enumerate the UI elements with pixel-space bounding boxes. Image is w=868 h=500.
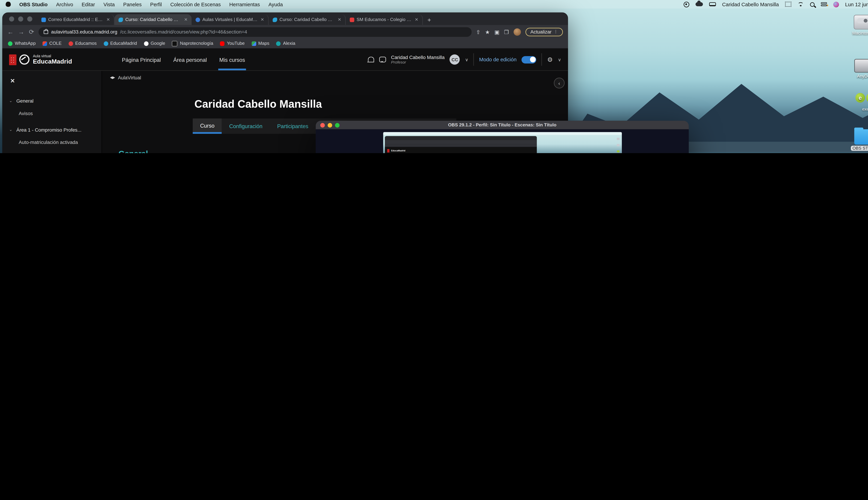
sidebar-item[interactable]: Auto-matriculación activada <box>2 135 101 148</box>
close-window-button[interactable] <box>9 16 14 22</box>
tab-correo[interactable]: Correo EducaMadrid :: Entrada✕ <box>37 14 115 25</box>
desktop-icon-anydesk[interactable]: AnyDesk <box>847 59 868 79</box>
section-heading-general: General✎ <box>118 149 154 153</box>
sidebar-section-general[interactable]: ⌄General <box>2 95 101 106</box>
menu-app-name[interactable]: OBS Studio <box>19 1 48 7</box>
preview-screenshot: EducaMadrid Caridad Cabello Mansilla Gen… <box>383 132 622 153</box>
screen-mirroring-icon[interactable] <box>785 2 791 7</box>
settings-chevron-icon[interactable]: ∨ <box>558 57 561 62</box>
apple-menu-icon[interactable] <box>6 2 11 7</box>
window-controls[interactable] <box>9 16 32 22</box>
onedrive-status-icon[interactable] <box>695 2 703 6</box>
edit-mode-toggle[interactable] <box>522 56 536 63</box>
profile-avatar[interactable] <box>513 28 521 35</box>
settings-gear-icon[interactable]: ⚙ <box>547 56 553 63</box>
control-center-icon[interactable] <box>821 2 827 7</box>
youtube-icon <box>220 41 225 46</box>
obs-preview[interactable]: EducaMadrid Caridad Cabello Mansilla Gen… <box>316 129 689 153</box>
menu-ayuda[interactable]: Ayuda <box>269 1 283 7</box>
obs-status-icon[interactable] <box>684 1 689 7</box>
sm-favicon <box>350 18 354 22</box>
tab-curso-active[interactable]: Curso: Caridad Cabello Mansil✕ <box>115 14 192 25</box>
aulavirtual-icon <box>110 76 115 79</box>
sidebar-item[interactable]: Etiqueta <box>2 149 101 153</box>
close-tab-icon[interactable]: ✕ <box>415 17 418 22</box>
wifi-icon[interactable] <box>798 2 804 7</box>
collapse-panel-button[interactable]: ‹ <box>554 78 564 88</box>
bookmark-educamadrid[interactable]: EducaMadrid <box>103 41 137 46</box>
close-tab-icon[interactable]: ✕ <box>106 17 110 22</box>
bookmark-maps[interactable]: Maps <box>251 41 269 46</box>
educa-header: Aula virtualEducaMadrid Página Principal… <box>2 49 568 71</box>
siri-icon[interactable] <box>833 1 839 7</box>
share-icon[interactable]: ⇧ <box>476 29 481 35</box>
bookmark-google[interactable]: Google <box>144 41 165 46</box>
close-window-button[interactable] <box>320 123 325 127</box>
obs-title-bar[interactable]: OBS 29.1.2 - Perfil: Sin Título - Escena… <box>316 121 689 129</box>
course-index-drawer: ✕ ⌄General Avisos ⌄Área 1 - Compromiso P… <box>2 71 102 153</box>
bookmark-youtube[interactable]: YouTube <box>220 41 244 46</box>
menu-herramientas[interactable]: Herramientas <box>229 1 260 7</box>
desktop-icon-exe[interactable]: exe <box>847 91 868 112</box>
bookmark-naprotecnologia[interactable]: Naprotecnología <box>172 41 213 46</box>
close-tab-icon[interactable]: ✕ <box>261 17 264 22</box>
close-tab-icon[interactable]: ✕ <box>184 17 188 22</box>
menu-paneles[interactable]: Paneles <box>123 1 142 7</box>
breadcrumb[interactable]: AulaVirtual <box>110 75 141 81</box>
nav-mis-cursos[interactable]: Mis cursos <box>219 56 245 63</box>
close-tab-icon[interactable]: ✕ <box>338 17 341 22</box>
new-tab-button[interactable]: + <box>427 16 431 25</box>
menu-editar[interactable]: Editar <box>82 1 95 7</box>
tab-strip: Correo EducaMadrid :: Entrada✕ Curso: Ca… <box>2 12 568 25</box>
tab-aulas[interactable]: Aulas Virtuales | EducaMadrid✕ <box>192 14 269 25</box>
desktop-icon-macintosh-hd[interactable]: Macintosh HD <box>847 15 868 36</box>
back-button[interactable]: ← <box>7 29 13 35</box>
brand-block[interactable]: Aula virtualEducaMadrid <box>33 54 72 65</box>
edit-pencil-icon[interactable]: ✎ <box>150 152 154 153</box>
zoom-window-button[interactable] <box>27 16 32 22</box>
bookmark-alexia[interactable]: Alexia <box>276 41 295 46</box>
messages-chat-icon[interactable] <box>379 57 386 62</box>
extensions-icon[interactable]: ▣ <box>494 29 500 35</box>
zoom-window-button[interactable] <box>335 123 340 127</box>
sidebar-item-avisos[interactable]: Avisos <box>2 106 101 120</box>
address-bar[interactable]: aulavirtual33.educa.madrid.org/cc.liceov… <box>39 27 471 37</box>
user-avatar[interactable]: CC <box>450 54 460 65</box>
reading-list-icon[interactable]: ❐ <box>504 29 509 35</box>
tab-curso-2[interactable]: Curso: Caridad Cabello Mansil✕ <box>269 14 346 25</box>
menu-archivo[interactable]: Archivo <box>56 1 73 7</box>
reload-button[interactable]: ⟳ <box>29 29 34 35</box>
menu-vista[interactable]: Vista <box>103 1 115 7</box>
user-block: Caridad Cabello MansillaProfesor <box>391 54 445 65</box>
close-drawer-button[interactable]: ✕ <box>2 75 101 91</box>
tab-participantes[interactable]: Participantes <box>270 118 316 134</box>
bookmark-whatsapp[interactable]: WhatsApp <box>8 41 36 46</box>
amphetamine-icon[interactable] <box>709 2 716 6</box>
user-menu-chevron-icon[interactable]: ∨ <box>465 57 468 62</box>
minimize-window-button[interactable] <box>328 123 332 127</box>
tab-configuracion[interactable]: Configuración <box>222 118 270 134</box>
menu-perfil[interactable]: Perfil <box>150 1 162 7</box>
bookmark-educamos[interactable]: Educamos <box>68 41 97 46</box>
bookmark-star-icon[interactable]: ★ <box>485 29 490 35</box>
minimize-window-button[interactable] <box>18 16 23 22</box>
educamadrid-ring-logo <box>19 54 30 65</box>
educamos-icon <box>68 41 73 46</box>
bookmark-cole[interactable]: COLE <box>43 41 61 46</box>
update-chrome-button[interactable]: Actualizar⋮ <box>525 27 563 36</box>
menu-coleccion[interactable]: Colección de Escenas <box>170 1 221 7</box>
tab-sm-educamos[interactable]: SM Educamos - Colegio Liceo✕ <box>346 14 423 25</box>
sidebar-section-area1[interactable]: ⌄Área 1 - Compromiso Profes... <box>2 124 101 135</box>
menubar-username[interactable]: Caridad Cabello Mansilla <box>722 1 779 7</box>
tab-curso[interactable]: Curso <box>193 118 222 134</box>
forward-button[interactable]: → <box>18 29 24 35</box>
napro-icon <box>172 41 178 46</box>
notifications-bell-icon[interactable] <box>368 57 374 62</box>
desktop-icon-obs-studio-folder[interactable]: OBS STUDIO <box>847 129 868 151</box>
menubar-clock[interactable]: Lun 12 jun 23:10 <box>845 1 868 7</box>
whatsapp-icon <box>8 41 12 46</box>
nav-area-personal[interactable]: Área personal <box>173 56 207 63</box>
spotlight-icon[interactable] <box>810 2 814 7</box>
nav-pagina-principal[interactable]: Página Principal <box>122 56 161 63</box>
browser-toolbar: ← → ⟳ aulavirtual33.educa.madrid.org/cc.… <box>2 25 568 38</box>
